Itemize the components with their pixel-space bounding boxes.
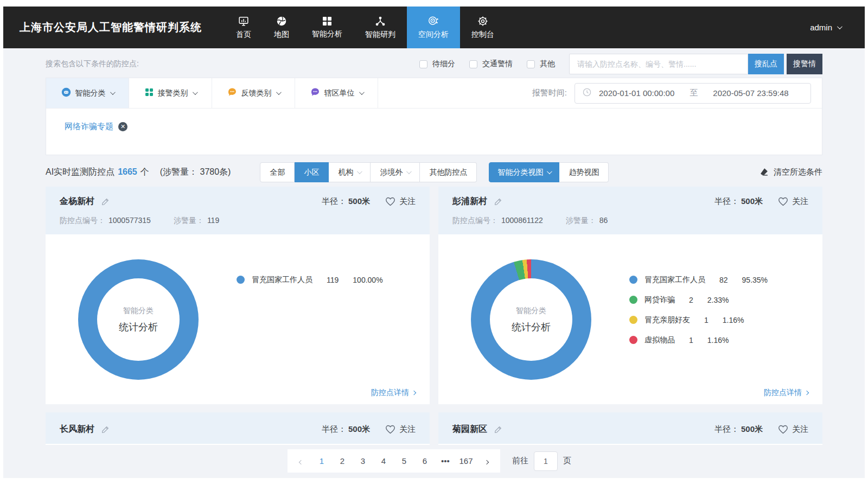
dropdown-ai-category[interactable]: 智能分类 — [46, 78, 129, 108]
radius-value: 500米 — [348, 196, 370, 207]
username: admin — [810, 23, 832, 32]
legend-value: 119 — [327, 276, 339, 284]
tab-overseas[interactable]: 涉境外 — [371, 162, 420, 182]
donut-chart: 智能分类 统计分析 — [78, 259, 199, 380]
checkbox-traffic[interactable]: 交通警情 — [469, 59, 513, 69]
edit-pencil-icon[interactable] — [494, 197, 502, 206]
nav-item-analysis[interactable]: 智能分析 — [301, 7, 354, 48]
legend-item: 冒充亲朋好友 1 1.16% — [629, 314, 768, 326]
edit-pencil-icon[interactable] — [101, 197, 110, 206]
edit-pencil-icon[interactable] — [101, 425, 110, 434]
nav-item-label: 首页 — [236, 30, 251, 40]
chevron-right-icon — [805, 391, 809, 395]
nav-item-spatial[interactable]: 空间分析 — [407, 7, 460, 48]
tab-label: 小区 — [304, 168, 319, 177]
checkbox-pending[interactable]: 待细分 — [419, 59, 455, 69]
page-button[interactable]: 5 — [394, 456, 414, 466]
page-button[interactable]: 1 — [311, 456, 332, 466]
follow-button[interactable]: 关注 — [385, 424, 416, 435]
legend-dot — [629, 316, 637, 324]
nav-item-map[interactable]: 地图 — [263, 7, 301, 48]
follow-button[interactable]: 关注 — [778, 424, 808, 435]
alarm-grid-icon — [145, 88, 154, 98]
search-input[interactable] — [569, 54, 748, 74]
follow-button[interactable]: 关注 — [778, 196, 808, 207]
radius-value: 500米 — [741, 196, 763, 207]
home-monitor-icon — [238, 15, 250, 27]
point-name: 彭浦新村 — [452, 196, 487, 207]
legend-dot — [629, 296, 637, 304]
chevron-down-icon — [276, 90, 281, 95]
donut-center-title: 统计分析 — [512, 321, 551, 334]
nav-item-home[interactable]: 首页 — [225, 7, 263, 48]
monitor-point-card: 金杨新村 半径： 500米 关注 防控点编号：1000577315 — [46, 187, 430, 404]
monitor-count-label: AI实时监测防控点 — [46, 167, 114, 178]
point-detail-link[interactable]: 防控点详情 — [764, 388, 808, 398]
globe-icon — [276, 15, 288, 27]
follow-label: 关注 — [399, 196, 416, 207]
card-body: 智能分类 统计分析 冒充国家工作人员 82 95.35% — [438, 234, 822, 404]
page-button[interactable]: 3 — [353, 456, 373, 466]
more-pages-button[interactable]: ••• — [435, 456, 456, 466]
user-menu[interactable]: admin — [810, 23, 865, 32]
page-button[interactable]: 6 — [414, 456, 435, 466]
card-body: 智能分类 统计分析 冒充国家工作人员 119 100.00% 防控点 — [46, 234, 430, 404]
nav-item-console[interactable]: 控制台 — [460, 7, 506, 48]
heart-icon — [778, 425, 788, 434]
point-type-tabs: 全部 小区 机构 涉境外 其他防控点 — [260, 162, 477, 182]
app-title: 上海市公安局人工智能警情研判系统 — [3, 20, 217, 35]
tab-institution[interactable]: 机构 — [329, 162, 371, 182]
checkbox-icon[interactable] — [469, 60, 477, 68]
legend-item: 冒充国家工作人员 82 95.35% — [629, 273, 768, 286]
pager: 1 2 3 4 5 6 ••• 167 — [288, 449, 500, 473]
point-name: 长风新村 — [60, 424, 94, 435]
tab-all[interactable]: 全部 — [260, 162, 295, 182]
ai-category-icon — [61, 87, 71, 99]
dropdown-alarm-type[interactable]: 接警类别 — [129, 78, 212, 108]
monitor-count-summary: AI实时监测防控点 1665 个 (涉警量： 3780条) — [46, 167, 231, 178]
checkbox-label: 待细分 — [432, 59, 455, 69]
next-page-button[interactable] — [476, 456, 497, 466]
page-button[interactable]: 167 — [456, 456, 476, 466]
point-detail-label: 防控点详情 — [371, 388, 409, 398]
nav-item-label: 地图 — [274, 30, 289, 40]
search-alerts-button[interactable]: 搜警情 — [787, 54, 822, 74]
nav-item-research[interactable]: 智能研判 — [354, 7, 407, 48]
legend-dot — [629, 336, 637, 344]
prev-page-button[interactable] — [291, 456, 311, 466]
legend-label: 冒充国家工作人员 — [252, 275, 312, 285]
legend-value: 2 — [689, 296, 693, 304]
checkbox-icon[interactable] — [527, 60, 535, 68]
tab-other-points[interactable]: 其他防控点 — [420, 162, 477, 182]
goto-page-input[interactable] — [534, 451, 558, 471]
card-header: 金杨新村 半径： 500米 关注 防控点编号：1000577315 — [46, 187, 430, 234]
edit-pencil-icon[interactable] — [494, 425, 502, 434]
checkbox-icon[interactable] — [419, 60, 427, 68]
clear-conditions-button[interactable]: 清空所选条件 — [760, 167, 822, 178]
point-detail-link[interactable]: 防控点详情 — [371, 388, 416, 398]
page-button[interactable]: 2 — [332, 456, 353, 466]
legend-percent: 2.33% — [707, 296, 729, 304]
monitor-count-value: 1665 — [118, 167, 137, 177]
tab-ai-category-view[interactable]: 智能分类视图 — [489, 162, 559, 182]
date-range-picker[interactable]: 2020-01-01 00:00:00 至 2020-05-07 23:59:4… — [575, 83, 811, 104]
clear-conditions-label: 清空所选条件 — [774, 167, 822, 177]
dropdown-feedback-type[interactable]: 反馈类别 — [212, 78, 295, 108]
tab-trend-view[interactable]: 趋势视图 — [559, 162, 609, 182]
alert-volume-summary: (涉警量： 3780条) — [160, 167, 231, 178]
chevron-down-icon — [406, 169, 412, 174]
legend-value: 82 — [719, 276, 728, 284]
legend-label: 冒充亲朋好友 — [644, 315, 690, 325]
follow-button[interactable]: 关注 — [385, 196, 416, 207]
dropdown-label: 辖区单位 — [324, 88, 355, 98]
page-button[interactable]: 4 — [373, 456, 394, 466]
tab-community[interactable]: 小区 — [295, 162, 329, 182]
search-points-button[interactable]: 搜乱点 — [748, 54, 784, 74]
search-controls: 待细分 交通警情 其他 搜乱点 搜警情 — [419, 54, 822, 74]
chevron-right-icon — [484, 460, 489, 464]
close-icon[interactable]: ✕ — [118, 122, 127, 131]
legend-percent: 1.16% — [723, 316, 744, 324]
dropdown-district-unit[interactable]: 辖区单位 — [295, 78, 378, 108]
checkbox-other[interactable]: 其他 — [527, 59, 555, 69]
legend-label: 网贷诈骗 — [644, 295, 675, 305]
